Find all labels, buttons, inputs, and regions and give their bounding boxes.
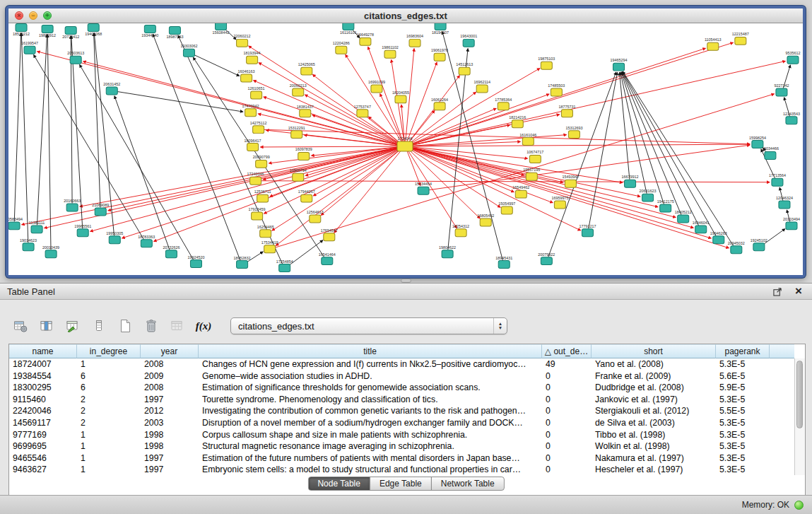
table-cell[interactable]: Tibbo et al. (1998): [592, 429, 716, 441]
new-table-icon[interactable]: [116, 317, 134, 335]
table-cell[interactable]: Embryonic stem cells: a model to study s…: [199, 464, 542, 476]
table-row[interactable]: 1456911722003Disruption of a novel membe…: [9, 417, 794, 429]
table-cell[interactable]: 49: [542, 358, 592, 370]
graph-node[interactable]: 16962114: [473, 80, 490, 93]
function-builder-button[interactable]: f(x): [194, 317, 213, 335]
citation-edge-black[interactable]: [80, 65, 194, 260]
table-cell[interactable]: Hescheler et al. (1997): [592, 464, 716, 476]
citation-edge-black[interactable]: [448, 49, 468, 250]
graph-node[interactable]: 16097839: [295, 148, 312, 160]
graph-node[interactable]: 19875103: [538, 57, 555, 69]
graph-node[interactable]: 20631623: [640, 189, 657, 201]
graph-node[interactable]: 18952832: [234, 256, 251, 269]
zoom-button[interactable]: +: [43, 11, 52, 20]
graph-node[interactable]: 12143543: [783, 112, 800, 124]
table-row[interactable]: 1872400712008Changes of HCN gene express…: [9, 358, 794, 370]
network-canvas[interactable]: 1724046220602121819394416046163126106511…: [8, 23, 803, 275]
graph-node[interactable]: 19861102: [382, 45, 399, 58]
graph-node[interactable]: 18945431: [495, 256, 512, 269]
citation-edge-black[interactable]: [288, 240, 322, 266]
graph-node[interactable]: 19344640: [141, 25, 158, 37]
graph-node[interactable]: 14275112: [250, 121, 267, 134]
vertical-scrollbar[interactable]: [794, 358, 805, 475]
graph-node[interactable]: 17254854: [276, 259, 293, 272]
citation-edge-black[interactable]: [194, 54, 240, 76]
table-row[interactable]: 946362711997Embryonic stem cells: a mode…: [9, 464, 794, 476]
graph-node[interactable]: 9535612: [785, 51, 800, 64]
graph-node[interactable]: 17485503: [548, 83, 565, 96]
minimize-button[interactable]: −: [29, 11, 37, 20]
table-cell[interactable]: Nakamura et al. (1997): [592, 452, 716, 465]
table-row[interactable]: 911546021997Tourette syndrome. Phenomeno…: [9, 394, 794, 406]
graph-node[interactable]: 12425065: [298, 62, 315, 75]
graph-node[interactable]: 16805492: [477, 214, 494, 226]
citation-edge-red[interactable]: [261, 146, 400, 147]
graph-node[interactable]: 15312291: [288, 126, 305, 139]
table-cell[interactable]: 9777169: [9, 429, 77, 441]
graph-node[interactable]: 16061264: [431, 98, 448, 110]
table-cell[interactable]: 0: [542, 464, 592, 476]
graph-node[interactable]: 16161046: [519, 133, 536, 146]
table-cell[interactable]: 1: [77, 358, 141, 370]
table-cell[interactable]: 2: [77, 417, 141, 429]
show-columns-icon[interactable]: [37, 317, 56, 335]
import-table-icon[interactable]: [168, 317, 187, 335]
citation-edge-red[interactable]: [407, 151, 420, 186]
table-cell[interactable]: 5.3E-5: [716, 452, 770, 465]
table-cell[interactable]: 5.3E-5: [716, 358, 770, 370]
table-cell[interactable]: 0: [542, 382, 592, 394]
table-row[interactable]: 969969511998Structural magnetic resonanc…: [9, 440, 794, 452]
citation-edge-red[interactable]: [409, 108, 496, 144]
graph-node[interactable]: 17791217: [579, 224, 596, 237]
graph-node[interactable]: 19557195: [523, 168, 540, 180]
table-cell[interactable]: 2012: [141, 405, 199, 417]
table-cell[interactable]: Yano et al. (2008): [592, 358, 716, 370]
citation-edge-red[interactable]: [346, 54, 402, 143]
graph-node[interactable]: 22060212: [234, 34, 251, 47]
graph-node[interactable]: 10583494: [8, 217, 23, 230]
graph-node[interactable]: 18193944: [244, 51, 261, 64]
graph-node[interactable]: 18530212: [13, 23, 30, 36]
table-cell[interactable]: Estimation of significance thresholds fo…: [199, 382, 542, 394]
table-cell[interactable]: 1: [77, 464, 141, 476]
graph-node[interactable]: 18096417: [245, 139, 261, 151]
table-cell[interactable]: 9699695: [9, 440, 77, 452]
graph-node[interactable]: 16991099: [368, 80, 385, 93]
graph-node[interactable]: 11381111: [29, 221, 45, 233]
tab-network-table[interactable]: Network Table: [431, 477, 505, 491]
citation-edge-red[interactable]: [410, 148, 693, 228]
column-header-pagerank[interactable]: pagerank: [716, 344, 770, 358]
graph-node[interactable]: 21069089: [92, 203, 109, 216]
graph-node[interactable]: 16034466: [762, 147, 779, 160]
graph-node[interactable]: 12215487: [732, 32, 749, 45]
table-cell[interactable]: 0: [542, 452, 592, 465]
table-cell[interactable]: Disruption of a novel member of a sodium…: [199, 417, 542, 429]
table-cell[interactable]: 2009: [141, 370, 199, 382]
table-cell[interactable]: Structural magnetic resonance image aver…: [199, 440, 542, 452]
graph-node[interactable]: 16541464: [319, 252, 336, 265]
graph-hub-node[interactable]: 1724046: [397, 136, 413, 151]
citation-edge-red[interactable]: [264, 129, 750, 144]
citation-edge-red[interactable]: [407, 62, 437, 142]
graph-node[interactable]: 12753747: [354, 105, 371, 117]
graph-node[interactable]: 17240346: [247, 172, 264, 185]
graph-node[interactable]: 10674717: [526, 150, 543, 163]
citation-edge-black[interactable]: [47, 35, 51, 250]
graph-node[interactable]: 20090799: [253, 155, 270, 168]
graph-node[interactable]: 18405212: [675, 210, 692, 223]
table-cell[interactable]: Investigating the contribution of common…: [199, 405, 542, 417]
graph-node[interactable]: 19245102: [751, 238, 767, 251]
graph-node[interactable]: 17534419: [261, 240, 278, 253]
table-options-icon[interactable]: [11, 317, 30, 335]
table-cell[interactable]: 6: [77, 370, 141, 382]
table-cell[interactable]: 1998: [141, 440, 199, 452]
citation-edge-red[interactable]: [37, 52, 400, 146]
table-cell[interactable]: Genome–wide association studies in ADHD.: [199, 370, 542, 382]
column-header-out_de[interactable]: △ out_de…: [542, 344, 592, 358]
graph-node[interactable]: 17913459: [249, 207, 266, 220]
graph-node[interactable]: 16254465: [257, 225, 274, 238]
table-cell[interactable]: Dudbridge et al. (2008): [592, 382, 716, 394]
table-cell[interactable]: Changes of HCN gene expression and I(f) …: [199, 358, 542, 370]
citation-edge-black[interactable]: [21, 33, 28, 243]
table-cell[interactable]: 2008: [141, 358, 199, 370]
